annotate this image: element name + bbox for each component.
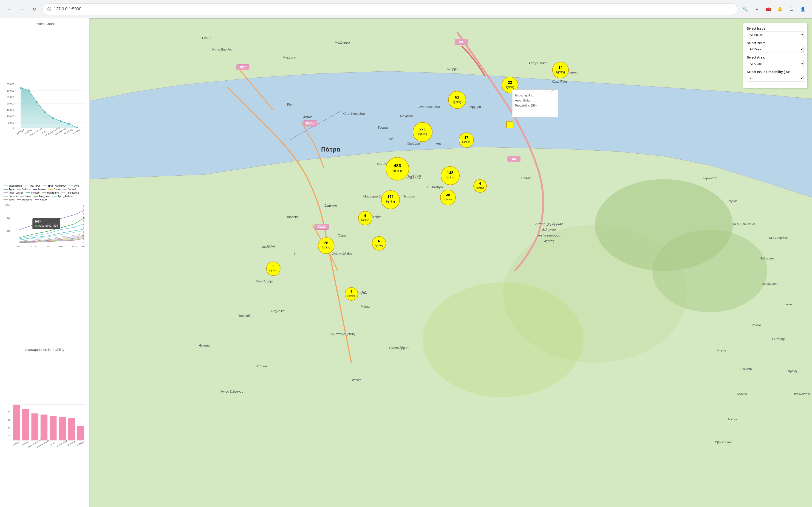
svg-text:EO5: EO5 xyxy=(240,65,246,69)
svg-point-18 xyxy=(28,89,30,91)
svg-text:Ζελμινού: Ζελμινού xyxy=(542,228,556,231)
svg-text:Κάτω Βασιλική: Κάτω Βασιλική xyxy=(212,48,233,51)
svg-point-157 xyxy=(448,91,466,109)
address-bar[interactable]: ⓘ 127.0.0.1:5000 xyxy=(43,3,737,15)
svg-text:A5: A5 xyxy=(512,157,516,161)
issues-count-chart: Issues Count 35,000 30,000 25,000 20,000… xyxy=(0,18,89,181)
legend-label-agyia: Agyia xyxy=(9,188,14,190)
svg-text:271: 271 xyxy=(420,127,426,131)
svg-text:lighting: lighting xyxy=(463,140,471,143)
svg-text:lighting: lighting xyxy=(505,86,514,89)
legend-label-demenika: Demenika xyxy=(22,199,33,201)
map-container[interactable]: A5 EO8a EO5 EO33 A5 Πάτρα Κάτω Βασιλική … xyxy=(90,18,812,507)
select-area-label: Select Area: xyxy=(747,56,804,59)
svg-text:1,200: 1,200 xyxy=(5,204,10,206)
svg-point-166 xyxy=(386,157,409,180)
svg-text:Λάκκα: Λάκκα xyxy=(786,303,795,306)
svg-text:6: 6 xyxy=(378,239,380,243)
issues-count-svg: 35,000 30,000 25,000 20,000 15,000 10,00… xyxy=(3,28,86,181)
svg-text:Γκρεικάς: Γκρεικάς xyxy=(741,367,752,371)
sidebar-icon[interactable]: ☰ xyxy=(787,5,796,14)
svg-text:2022: 2022 xyxy=(72,245,77,247)
legend-label-ovria: Ovria xyxy=(74,185,79,187)
svg-text:Άγιος Στέφανος: Άγιος Στέφανος xyxy=(221,390,243,393)
legend-color-demenika xyxy=(17,199,21,200)
select-issue-dropdown[interactable]: All Issues garbage lighting road-constru… xyxy=(747,31,804,38)
legend-color-tarampoura xyxy=(61,192,66,193)
legend-color-skagiopoulio xyxy=(3,185,8,186)
svg-text:2018: 2018 xyxy=(17,245,22,247)
svg-text:lighting: lighting xyxy=(386,200,395,203)
back-button[interactable]: ← xyxy=(5,5,14,14)
svg-point-160 xyxy=(413,122,432,142)
svg-text:20: 20 xyxy=(446,193,450,196)
legend-color-tsivdi xyxy=(3,199,8,200)
profile-icon[interactable]: 👤 xyxy=(798,5,807,14)
svg-text:lighting: lighting xyxy=(444,198,452,201)
svg-text:Πάτρα: Πάτρα xyxy=(321,146,340,153)
legend-agios-andreas: Agios_Andreas xyxy=(52,195,73,198)
svg-point-190 xyxy=(266,262,280,276)
select-area-dropdown[interactable]: All Areas xyxy=(747,60,804,67)
svg-point-19 xyxy=(36,101,38,103)
svg-text:garbage: garbage xyxy=(16,128,24,135)
bar-garbage xyxy=(77,426,84,440)
legend-color-saravali xyxy=(63,189,67,190)
svg-text:Δάφνη: Δάφνη xyxy=(717,349,725,352)
svg-text:Μολύκρειο: Μολύκρειο xyxy=(335,41,350,44)
svg-text:2021: 2021 xyxy=(58,245,63,247)
probability-svg: 100 80 60 40 20 0 xyxy=(3,354,86,494)
refresh-button[interactable]: ↻ xyxy=(30,5,39,14)
svg-text:Ραχναίκα: Ραχναίκα xyxy=(271,309,285,313)
legend-agios-vasilios: Agios_Vasilios xyxy=(3,191,23,194)
select-prob-label: Select Issue Probability (%): xyxy=(747,70,804,74)
svg-text:Κρυσταλλόβρυση: Κρυσταλλόβρυση xyxy=(330,332,355,336)
svg-text:30,000: 30,000 xyxy=(7,89,14,92)
forward-button[interactable]: → xyxy=(17,5,26,14)
select-year-dropdown[interactable]: All Years 2018 2019 2020 2021 2022 2023 xyxy=(747,46,804,53)
legend-color-proastio xyxy=(26,192,30,193)
svg-text:Μακύνεια: Μακύνεια xyxy=(283,56,296,59)
svg-text:20: 20 xyxy=(8,434,11,437)
legend-label-gouva: Gouva xyxy=(54,188,60,190)
svg-point-76 xyxy=(652,230,767,312)
bar-road xyxy=(32,413,38,440)
legend-color-zastova xyxy=(33,189,37,190)
svg-text:33: 33 xyxy=(508,80,512,84)
svg-text:20,000: 20,000 xyxy=(7,102,14,105)
svg-text:Άνω Καλλιθέα: Άνω Καλλιθέα xyxy=(332,252,352,256)
svg-text:3: 3 xyxy=(350,290,353,293)
bar-parking xyxy=(13,405,20,440)
extensions-icon[interactable]: 🧰 xyxy=(764,5,773,14)
svg-text:green: green xyxy=(50,441,56,446)
bookmark-icon[interactable]: ★ xyxy=(752,5,761,14)
legend-agia-sofia: Agia_Sofia xyxy=(34,195,50,198)
legend-sichena: Sichena xyxy=(17,188,30,190)
legend-label-makrigianni: Makrigianni xyxy=(47,191,59,194)
svg-text:5: 5 xyxy=(364,214,366,217)
legend-gouva: Gouva xyxy=(49,188,60,190)
line-chart-svg: 1,200 800 400 0 2018 2019 2020 2021 xyxy=(3,202,86,248)
svg-text:Αντίρριο: Αντίρριο xyxy=(446,67,458,71)
svg-point-169 xyxy=(441,166,459,185)
browser-actions: 🔍 ★ 🧰 🔔 ☰ 👤 xyxy=(741,5,807,14)
chart2-legend: Skagiopoulio Kria_Itewn Triwn_Navarchwn … xyxy=(3,185,86,201)
legend-kastriki: Kastriki xyxy=(35,199,48,201)
svg-marker-16 xyxy=(21,88,77,128)
legend-proastio: Proastio xyxy=(26,191,40,194)
select-prob-dropdown[interactable]: 95 90 85 80 75 70 xyxy=(747,75,804,82)
svg-rect-196 xyxy=(506,122,513,128)
notifications-icon[interactable]: 🔔 xyxy=(775,5,784,14)
legend-color-kria xyxy=(24,185,29,186)
svg-point-23 xyxy=(68,123,70,125)
svg-text:Δάσος χειμάρρων: Δάσος χειμάρρων xyxy=(535,222,563,226)
probability-chart: Average Issue Probability 100 80 60 40 2… xyxy=(0,344,89,507)
control-panel: Select Issue: All Issues garbage lightin… xyxy=(743,23,807,88)
svg-text:plumbing: plumbing xyxy=(67,440,75,447)
svg-text:garbage: garbage xyxy=(76,440,84,446)
svg-text:Αργυρά: Αργυρά xyxy=(470,105,481,109)
svg-text:Χαράδρα: Χαράδρα xyxy=(407,142,420,145)
svg-text:lighting: lighting xyxy=(322,246,331,249)
svg-text:Ρίο: Ρίο xyxy=(287,103,292,106)
search-icon[interactable]: 🔍 xyxy=(741,5,750,14)
